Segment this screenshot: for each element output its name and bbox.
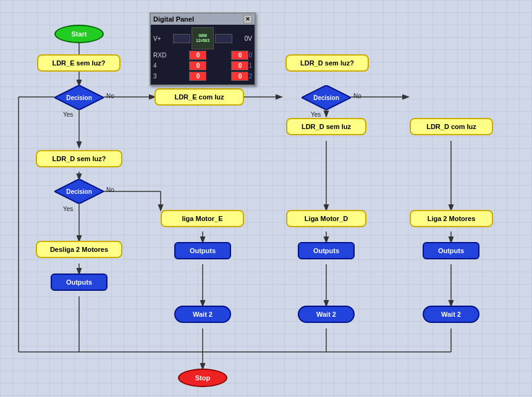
decision1-yes-label: Yes — [63, 111, 73, 118]
row3-label: 3 — [153, 73, 159, 80]
panel-row-rxd: RXD 0 0 0 — [153, 51, 252, 60]
row3-right: 0 — [231, 72, 248, 81]
liga-motor-e-node: liga Motor_E — [161, 210, 244, 227]
stop-node: Stop — [178, 369, 227, 387]
outputs1-node: Outputs — [51, 274, 108, 291]
wait1-node: Wait 2 — [174, 306, 231, 323]
panel-row-vplus: V+ 08M12r683 0V — [153, 27, 252, 49]
ldr-e-sem-luz-label: LDR_E sem luz? — [37, 54, 120, 72]
decision3-node: Decision — [54, 179, 104, 204]
decision1-node: Decision — [54, 85, 104, 110]
rxd-display: 0 — [189, 51, 206, 60]
liga-2-motores-node: Liga 2 Motores — [410, 210, 493, 227]
decision2-node: Decision — [302, 85, 351, 110]
decision3-yes-label: Yes — [63, 206, 73, 212]
panel-titlebar: Digital Panel ✕ — [151, 14, 255, 25]
desliga-2-motores-node: Desliga 2 Motores — [36, 241, 122, 258]
wait2-node: Wait 2 — [298, 306, 355, 323]
row4-right: 0 — [231, 61, 248, 70]
panel-row-3: 3 0 0 2 — [153, 72, 252, 81]
decision2-no-label: No — [353, 93, 361, 99]
vplus-label: V+ — [153, 35, 172, 42]
liga-motor-d-node: Liga Motor_D — [286, 210, 366, 227]
ldr-e-com-luz-node: LDR_E com luz — [154, 88, 244, 106]
outputs3-node: Outputs — [298, 242, 355, 259]
ldr-d-sem-luz-mid-node: LDR_D sem luz? — [36, 150, 122, 167]
decision2-yes-label: Yes — [311, 111, 321, 118]
decision1-no-label: No — [106, 93, 114, 99]
decision3-no-label: No — [106, 186, 114, 193]
right-nums: 0 — [248, 51, 252, 60]
rxd-label: RXD — [153, 52, 172, 59]
outputs4-node: Outputs — [423, 242, 479, 259]
row4-label: 4 — [153, 62, 159, 69]
vplus-volts: 0V — [234, 35, 252, 42]
panel-close-button[interactable]: ✕ — [243, 15, 252, 23]
rxd-right: 0 — [231, 51, 248, 60]
panel-title: Digital Panel — [153, 15, 194, 23]
row4-left: 0 — [189, 61, 206, 70]
panel-body: V+ 08M12r683 0V RXD 0 0 0 4 0 — [151, 25, 255, 85]
panel-row-4: 4 0 0 1 — [153, 61, 252, 70]
chip-display: 08M12r683 — [192, 27, 214, 49]
row3-left: 0 — [189, 72, 206, 81]
digital-panel: Digital Panel ✕ V+ 08M12r683 0V RXD 0 0 … — [150, 12, 256, 86]
ldr-d-com-luz-node: LDR_D com luz — [410, 118, 493, 135]
ldr-d-sem-luz-top-node: LDR_D sem luz? — [285, 54, 369, 72]
vplus-right — [215, 34, 232, 43]
vplus-display — [173, 34, 190, 43]
ldr-d-sem-luz-node: LDR_D sem luz — [286, 118, 366, 135]
wait3-node: Wait 2 — [423, 306, 479, 323]
start-node: Start — [54, 25, 104, 43]
outputs2-node: Outputs — [174, 242, 231, 259]
